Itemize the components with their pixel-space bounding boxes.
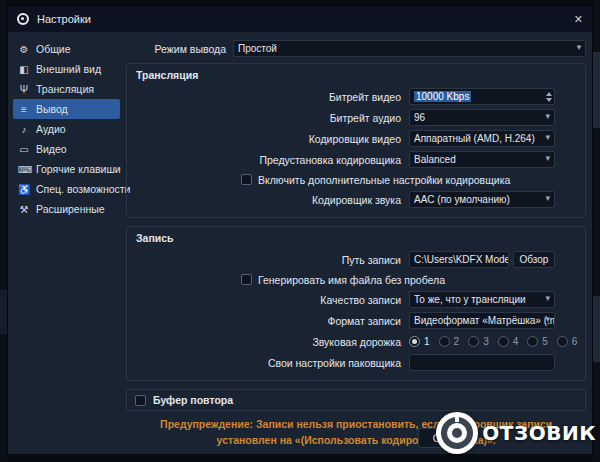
sidebar-item-label: Внешний вид [36, 63, 101, 75]
audio-track-number: 2 [454, 336, 460, 347]
sidebar-item-appearance[interactable]: ◧ Внешний вид [13, 59, 120, 79]
recording-group: Запись Путь записи C:\Users\KDFX Modes\V… [126, 226, 586, 381]
accessibility-icon: ♿ [18, 184, 30, 195]
sidebar-item-advanced[interactable]: ⚒ Расширенные [13, 199, 120, 219]
video-encoder-select[interactable]: Аппаратный (AMD, H.264) ▾ [409, 130, 555, 147]
sidebar-item-stream[interactable]: Ψ Трансляция [13, 79, 120, 99]
audio-track-radio-5[interactable] [527, 336, 538, 347]
recording-quality-label: Качество записи [135, 294, 409, 306]
video-bitrate-value: 10000 Kbps [414, 91, 471, 102]
chevron-down-icon: ▾ [545, 111, 550, 121]
spinner-up-icon[interactable] [546, 92, 552, 96]
titlebar: Настройки ✕ [8, 6, 592, 32]
streaming-group: Трансляция Битрейт видео 10000 Kbps Битр… [126, 63, 586, 218]
sidebar-item-label: Общие [36, 43, 71, 55]
spinner-arrows[interactable] [546, 92, 552, 102]
obs-logo-icon [17, 13, 29, 25]
advanced-encoder-settings-label: Включить дополнительные настройки кодиро… [258, 174, 510, 186]
sidebar-item-video[interactable]: ▭ Видео [13, 139, 120, 159]
close-icon[interactable]: ✕ [574, 13, 583, 26]
window-title: Настройки [37, 13, 91, 25]
audio-bitrate-value: 96 [414, 112, 425, 123]
sidebar-item-label: Спец. возможности [36, 183, 130, 195]
output-mode-label: Режим вывода [126, 43, 233, 55]
encoder-preset-select[interactable]: Balanced ▾ [409, 151, 555, 168]
chevron-down-icon: ▾ [545, 193, 550, 203]
sidebar-item-label: Трансляция [36, 83, 94, 95]
output-mode-select[interactable]: Простой ▾ [233, 40, 586, 57]
browse-button[interactable]: Обзор [513, 251, 555, 268]
sidebar-item-label: Расширенные [36, 203, 105, 215]
muxer-settings-input[interactable] [409, 354, 555, 371]
sidebar-item-accessibility[interactable]: ♿ Спец. возможности [13, 179, 120, 199]
monitor-icon: ▭ [18, 144, 30, 155]
video-bitrate-label: Битрейт видео [135, 91, 409, 103]
audio-bitrate-select[interactable]: 96 ▾ [409, 109, 555, 126]
tools-icon: ⚒ [18, 204, 30, 215]
settings-dialog: Настройки ✕ ⚙ Общие ◧ Внешний вид Ψ Тран… [7, 5, 593, 455]
appearance-icon: ◧ [18, 64, 30, 75]
audio-track-radios: 1 2 3 4 [409, 336, 577, 347]
audio-track-number: 6 [572, 336, 578, 347]
recording-path-input[interactable]: C:\Users\KDFX Modes\Videos [409, 251, 509, 268]
sidebar-item-general[interactable]: ⚙ Общие [13, 39, 120, 59]
recording-quality-select[interactable]: То же, что у трансляции ▾ [409, 291, 555, 308]
sidebar-item-label: Горячие клавиши [36, 163, 121, 175]
video-bitrate-spinner[interactable]: 10000 Kbps [409, 88, 555, 105]
otzovik-watermark-text: ОТЗОВИК [482, 421, 596, 445]
audio-track-radio-3[interactable] [468, 336, 479, 347]
filename-without-space-checkbox[interactable] [241, 274, 252, 285]
recording-path-value: C:\Users\KDFX Modes\Videos [414, 254, 509, 265]
spinner-down-icon[interactable] [546, 98, 552, 102]
audio-track-radio-1[interactable] [409, 336, 420, 347]
replay-buffer-checkbox[interactable] [135, 395, 146, 406]
sidebar-item-label: Видео [36, 143, 67, 155]
recording-format-value: Видеоформат «Матрёшка» (.mkv) [414, 315, 555, 326]
recording-quality-value: То же, что у трансляции [414, 294, 526, 305]
background-window-fragment [0, 290, 7, 334]
audio-track-label: Звуковая дорожка [135, 336, 409, 348]
streaming-group-title: Трансляция [136, 69, 577, 81]
audio-track-radio-4[interactable] [498, 336, 509, 347]
recording-group-title: Запись [136, 232, 577, 244]
audio-bitrate-label: Битрейт аудио [135, 112, 409, 124]
audio-encoder-select[interactable]: AAC (по умолчанию) ▾ [409, 191, 555, 208]
audio-track-radio-6[interactable] [557, 336, 568, 347]
video-encoder-label: Кодировщик видео [135, 133, 409, 145]
chevron-down-icon: ▾ [545, 314, 550, 324]
chevron-down-icon: ▾ [545, 132, 550, 142]
audio-track-radio-2[interactable] [439, 336, 450, 347]
advanced-encoder-settings-checkbox[interactable] [241, 174, 252, 185]
output-icon: ≡ [18, 104, 30, 115]
chevron-down-icon: ▾ [545, 293, 550, 303]
broadcast-icon: Ψ [18, 84, 30, 95]
audio-encoder-label: Кодировщик звука [135, 194, 409, 206]
replay-buffer-section: Буфер повтора [126, 389, 586, 411]
video-encoder-value: Аппаратный (AMD, H.264) [414, 133, 535, 144]
keyboard-icon: ⌨ [18, 164, 30, 175]
chevron-down-icon: ▾ [545, 153, 550, 163]
recording-format-select[interactable]: Видеоформат «Матрёшка» (.mkv) ▾ [409, 312, 555, 329]
chevron-down-icon: ▾ [577, 42, 582, 52]
audio-track-number: 5 [542, 336, 548, 347]
output-mode-value: Простой [238, 43, 277, 54]
filename-without-space-label: Генерировать имя файла без пробела [258, 274, 445, 286]
audio-track-number: 1 [424, 336, 430, 347]
audio-track-number: 4 [513, 336, 519, 347]
speaker-icon: ♪ [18, 124, 30, 135]
sidebar-item-label: Аудио [36, 123, 66, 135]
sidebar-item-audio[interactable]: ♪ Аудио [13, 119, 120, 139]
settings-sidebar: ⚙ Общие ◧ Внешний вид Ψ Трансляция ≡ Выв… [8, 32, 120, 454]
output-settings-panel: Режим вывода Простой ▾ Трансляция Битрей… [120, 32, 594, 454]
audio-encoder-value: AAC (по умолчанию) [414, 194, 510, 205]
encoder-preset-label: Предустановка кодировщика [135, 154, 409, 166]
recording-format-label: Формат записи [135, 315, 409, 327]
background-window-edge-left [0, 0, 7, 462]
audio-track-number: 3 [483, 336, 489, 347]
gear-icon: ⚙ [18, 44, 30, 55]
recording-path-label: Путь записи [135, 254, 409, 266]
sidebar-item-hotkeys[interactable]: ⌨ Горячие клавиши [13, 159, 120, 179]
encoder-preset-value: Balanced [414, 154, 456, 165]
sidebar-item-label: Вывод [36, 103, 68, 115]
sidebar-item-output[interactable]: ≡ Вывод [13, 99, 120, 119]
